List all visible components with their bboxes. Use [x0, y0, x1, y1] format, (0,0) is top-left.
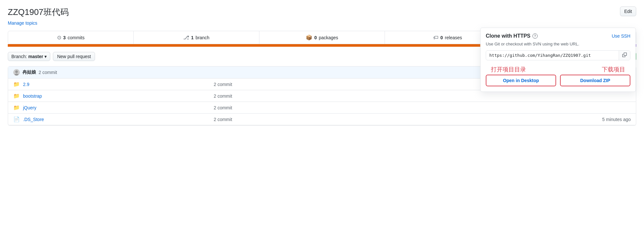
branches-stat[interactable]: ⎇ 1 branch	[134, 31, 259, 44]
clone-title: Clone with HTTPS	[486, 33, 531, 39]
packages-icon: 📦	[306, 34, 312, 41]
repo-title: ZZQ1907班代码	[8, 6, 69, 18]
folder-icon: 📁	[13, 81, 20, 87]
file-commit: 2 commit	[214, 93, 589, 99]
packages-count: 0	[314, 35, 317, 40]
branch-selector[interactable]: Branch: master ▾	[8, 52, 50, 61]
releases-count: 0	[440, 35, 443, 40]
new-pull-request-button[interactable]: New pull request	[53, 52, 95, 61]
use-ssh-link[interactable]: Use SSH	[612, 33, 630, 39]
clone-url-input[interactable]	[486, 51, 619, 60]
help-icon[interactable]: ?	[532, 33, 538, 39]
commit-author: 冉姑娘	[22, 69, 36, 75]
file-link[interactable]: bootstrap	[23, 93, 210, 99]
open-in-desktop-button[interactable]: Open in Desktop	[486, 75, 556, 86]
commit-count: 2 commit	[39, 70, 57, 75]
file-table: 冉姑娘 2 commit 📁 2.9 2 commit 📁 bootstrap …	[8, 66, 636, 126]
releases-label: releases	[445, 35, 462, 40]
annotation-overlay: 打开项目目录 下载项目	[486, 64, 630, 75]
commits-icon: ⊙	[57, 34, 61, 41]
copy-url-button[interactable]	[619, 51, 630, 60]
folder-icon: 📁	[13, 104, 20, 111]
action-left: Branch: master ▾ New pull request	[8, 52, 95, 61]
manage-topics-link[interactable]: Manage topics	[8, 20, 636, 26]
clone-panel-header: Clone with HTTPS ? Use SSH	[486, 33, 630, 39]
file-commit: 2 commit	[214, 105, 589, 110]
table-row: 📁 bootstrap 2 commit	[8, 90, 636, 102]
svg-point-1	[15, 70, 18, 73]
folder-icon: 📁	[13, 93, 20, 99]
table-row: 📄 .DS_Store 2 commit 5 minutes ago	[8, 114, 636, 125]
file-link[interactable]: .DS_Store	[23, 117, 210, 122]
clone-panel: Clone with HTTPS ? Use SSH Use Git or ch…	[480, 28, 636, 92]
avatar	[13, 69, 20, 76]
branch-name: master	[28, 54, 43, 59]
branch-icon: ⎇	[183, 34, 189, 41]
file-icon: 📄	[13, 116, 20, 122]
file-time: 5 minutes ago	[592, 117, 631, 122]
file-link[interactable]: 2.9	[23, 82, 210, 87]
annotation-left: 打开项目目录	[491, 66, 526, 73]
file-link[interactable]: jQuery	[23, 105, 210, 110]
packages-stat[interactable]: 📦 0 packages	[259, 31, 385, 44]
commits-label: commits	[68, 35, 85, 40]
branch-label: branch	[196, 35, 209, 40]
releases-icon: 🏷	[433, 35, 438, 41]
packages-label: packages	[319, 35, 338, 40]
branch-count: 1	[191, 35, 194, 40]
branch-label: Branch:	[11, 54, 27, 59]
commits-stat[interactable]: ⊙ 3 commits	[8, 31, 134, 44]
clone-description: Use Git or checkout with SVN using the w…	[486, 42, 630, 46]
clone-url-row	[486, 50, 630, 60]
table-row: 📁 jQuery 2 commit	[8, 102, 636, 114]
edit-button[interactable]: Edit	[620, 6, 636, 16]
clone-actions: Open in Desktop Download ZIP	[486, 75, 630, 86]
annotation-right: 下载项目	[602, 66, 625, 73]
chevron-down-icon: ▾	[44, 54, 47, 59]
commits-count: 3	[63, 35, 66, 40]
download-zip-button[interactable]: Download ZIP	[560, 75, 630, 86]
file-commit: 2 commit	[214, 117, 589, 122]
